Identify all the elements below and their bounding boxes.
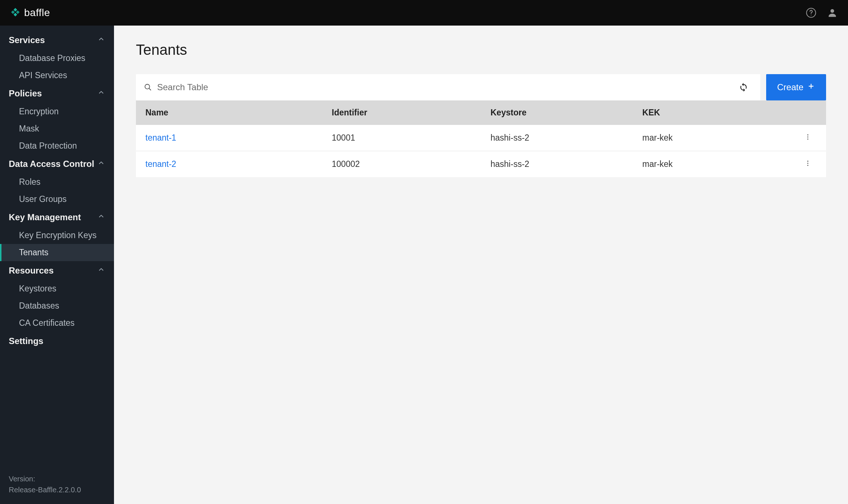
chevron-up-icon: [97, 35, 105, 45]
svg-rect-3: [14, 13, 17, 16]
table-row: tenant-2 100002 hashi-ss-2 mar-kek: [136, 151, 826, 177]
cell-kek: mar-kek: [633, 151, 790, 177]
toolbar: Create: [136, 74, 826, 100]
search-icon: [144, 83, 152, 91]
nav-item-databases[interactable]: Databases: [0, 297, 114, 314]
col-identifier[interactable]: Identifier: [322, 100, 481, 125]
nav-section-label: Data Access Control: [9, 159, 94, 169]
cell-keystore: hashi-ss-2: [481, 125, 633, 151]
table-row: tenant-1 10001 hashi-ss-2 mar-kek: [136, 125, 826, 151]
create-button-label: Create: [777, 82, 803, 92]
nav-item-database-proxies[interactable]: Database Proxies: [0, 50, 114, 67]
cell-keystore: hashi-ss-2: [481, 151, 633, 177]
version-value: Release-Baffle.2.2.0.0: [9, 484, 105, 495]
chevron-up-icon: [97, 212, 105, 222]
nav-section-label: Key Management: [9, 212, 81, 222]
page-title: Tenants: [136, 42, 826, 58]
kebab-icon[interactable]: [804, 160, 811, 167]
nav-item-label: Databases: [19, 301, 59, 310]
topbar: baffle: [0, 0, 848, 26]
nav-section-key-management[interactable]: Key Management: [0, 208, 114, 227]
nav-item-label: Key Encryption Keys: [19, 230, 96, 240]
cell-identifier: 100002: [322, 151, 481, 177]
nav-item-label: User Groups: [19, 194, 66, 204]
nav-item-label: Data Protection: [19, 141, 77, 150]
search-wrap: [136, 74, 760, 100]
col-actions: [790, 100, 826, 125]
svg-point-5: [811, 15, 811, 15]
nav-item-api-services[interactable]: API Services: [0, 67, 114, 84]
sidebar-footer: Version: Release-Baffle.2.2.0.0: [0, 467, 114, 504]
brand-name: baffle: [24, 7, 50, 19]
nav-item-label: Encryption: [19, 107, 59, 116]
sidebar: Services Database Proxies API Services P…: [0, 26, 114, 504]
svg-point-13: [807, 138, 809, 140]
nav-item-mask[interactable]: Mask: [0, 120, 114, 137]
svg-point-6: [830, 9, 834, 13]
nav-item-label: API Services: [19, 70, 67, 80]
tenants-table: Name Identifier Keystore KEK tenant-1 10…: [136, 100, 826, 177]
chevron-up-icon: [97, 159, 105, 169]
nav-item-label: Database Proxies: [19, 53, 85, 63]
nav-item-encryption[interactable]: Encryption: [0, 103, 114, 120]
col-keystore[interactable]: Keystore: [481, 100, 633, 125]
nav-item-user-groups[interactable]: User Groups: [0, 191, 114, 208]
col-kek[interactable]: KEK: [633, 100, 790, 125]
svg-rect-1: [16, 10, 20, 14]
topbar-right: [806, 7, 838, 18]
nav-item-keystores[interactable]: Keystores: [0, 280, 114, 297]
nav-section-label: Services: [9, 35, 45, 45]
nav-section-services[interactable]: Services: [0, 31, 114, 50]
tenant-link[interactable]: tenant-1: [145, 133, 176, 142]
nav-item-tenants[interactable]: Tenants: [0, 244, 114, 261]
kebab-icon[interactable]: [804, 133, 811, 141]
cell-identifier: 10001: [322, 125, 481, 151]
svg-point-7: [145, 84, 150, 89]
nav-section-label: Resources: [9, 266, 54, 276]
svg-point-16: [807, 165, 809, 166]
user-icon[interactable]: [827, 7, 838, 18]
svg-point-12: [807, 137, 809, 138]
cell-kek: mar-kek: [633, 125, 790, 151]
col-name[interactable]: Name: [136, 100, 322, 125]
nav-item-label: Mask: [19, 124, 39, 133]
main: Tenants Create: [114, 26, 848, 504]
nav-item-label: CA Certificates: [19, 318, 75, 328]
plus-icon: [807, 82, 815, 92]
brand-logo-icon: [10, 8, 20, 18]
nav-item-data-protection[interactable]: Data Protection: [0, 137, 114, 154]
search-input[interactable]: [157, 82, 735, 92]
tenant-link[interactable]: tenant-2: [145, 159, 176, 169]
brand: baffle: [10, 7, 50, 19]
chevron-up-icon: [97, 88, 105, 99]
nav-item-label: Tenants: [19, 248, 49, 257]
nav-item-key-encryption-keys[interactable]: Key Encryption Keys: [0, 227, 114, 244]
chevron-up-icon: [97, 266, 105, 276]
svg-line-8: [149, 88, 151, 91]
svg-rect-2: [11, 10, 15, 14]
nav: Services Database Proxies API Services P…: [0, 26, 114, 467]
nav-item-settings[interactable]: Settings: [0, 332, 114, 351]
nav-item-label: Keystores: [19, 284, 56, 293]
nav-item-roles[interactable]: Roles: [0, 173, 114, 191]
svg-rect-0: [14, 8, 17, 12]
version-label: Version:: [9, 473, 105, 484]
create-button[interactable]: Create: [766, 74, 826, 100]
nav-section-policies[interactable]: Policies: [0, 84, 114, 103]
svg-point-14: [807, 161, 809, 162]
nav-item-label: Roles: [19, 177, 41, 187]
help-icon[interactable]: [806, 7, 817, 18]
nav-section-data-access-control[interactable]: Data Access Control: [0, 154, 114, 173]
refresh-icon[interactable]: [735, 83, 752, 92]
nav-item-label: Settings: [9, 336, 43, 346]
nav-section-resources[interactable]: Resources: [0, 261, 114, 280]
nav-item-ca-certificates[interactable]: CA Certificates: [0, 314, 114, 332]
svg-point-15: [807, 163, 809, 164]
nav-section-label: Policies: [9, 88, 42, 99]
svg-point-11: [807, 134, 809, 135]
